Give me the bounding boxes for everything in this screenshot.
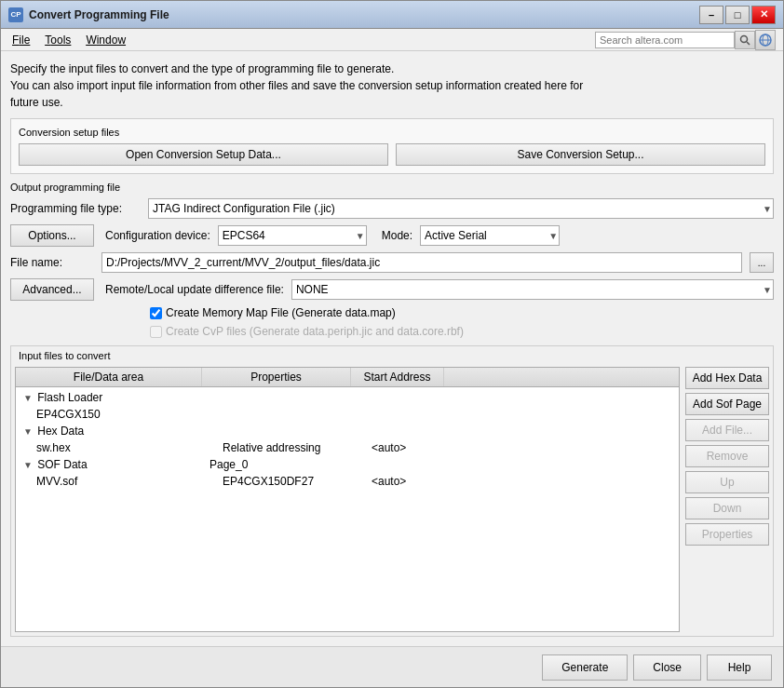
input-files-content: File/Data area Properties Start Address … (11, 363, 773, 636)
sw-hex-addr: <auto> (368, 440, 461, 455)
create-cvp-row: Create CvP files (Generate data.periph.j… (10, 325, 774, 338)
mvv-sof-props: EP4CGX150DF27 (219, 474, 368, 489)
mvv-sof-node[interactable]: MVV.sof (33, 474, 219, 489)
col-header-file: File/Data area (16, 368, 202, 386)
hex-data-props (206, 430, 355, 432)
create-map-label[interactable]: Create Memory Map File (Generate data.ma… (166, 306, 396, 319)
programming-file-type-label: Programming file type: (10, 202, 141, 215)
tree-row[interactable]: ▼ Hex Data (18, 423, 677, 439)
menu-window[interactable]: Window (78, 32, 133, 48)
window-icon: CP (8, 7, 23, 22)
desc-line1: Specify the input files to convert and t… (10, 61, 774, 77)
title-bar: CP Convert Programming File – □ ✕ (1, 1, 783, 29)
sof-data-node[interactable]: ▼ SOF Data (20, 457, 206, 472)
mode-select[interactable]: Active Serial (420, 225, 560, 246)
create-map-row: Create Memory Map File (Generate data.ma… (10, 306, 774, 319)
sw-hex-props: Relative addressing (219, 440, 368, 455)
options-button[interactable]: Options... (10, 224, 94, 247)
search-input[interactable] (595, 32, 735, 48)
sof-data-addr (355, 464, 448, 465)
generate-button[interactable]: Generate (542, 654, 628, 681)
col-header-address: Start Address (351, 368, 444, 386)
tree-header: File/Data area Properties Start Address (16, 368, 679, 387)
close-button-footer[interactable]: Close (633, 654, 701, 681)
conversion-setup-section: Conversion setup files Open Conversion S… (10, 118, 774, 174)
menu-file[interactable]: File (5, 32, 37, 48)
sof-data-props: Page_0 (206, 457, 355, 472)
tree-row[interactable]: EP4CGX150 (18, 406, 677, 423)
main-content: Specify the input files to convert and t… (1, 51, 783, 646)
tree-row[interactable]: ▼ Flash Loader (18, 389, 677, 406)
advanced-button[interactable]: Advanced... (10, 278, 94, 301)
menu-bar: File Tools Window (1, 29, 783, 51)
help-button[interactable]: Help (707, 654, 772, 681)
add-sof-page-button[interactable]: Add Sof Page (685, 393, 769, 415)
add-file-button[interactable]: Add File... (685, 419, 769, 441)
mvv-sof-addr: <auto> (368, 474, 461, 489)
config-device-select[interactable]: EPCS64 (218, 225, 367, 246)
programming-file-type-row: Programming file type: JTAG Indirect Con… (10, 198, 774, 219)
file-name-label: File name: (10, 256, 94, 269)
mode-label: Mode: (382, 229, 412, 242)
config-mode-row: Options... Configuration device: EPCS64 … (10, 224, 774, 247)
hex-data-node[interactable]: ▼ Hex Data (20, 424, 206, 438)
svg-line-1 (747, 42, 750, 45)
col-header-properties: Properties (202, 368, 351, 386)
properties-button[interactable]: Properties (685, 523, 769, 546)
remote-local-row: Advanced... Remote/Local update differen… (10, 278, 774, 301)
description-area: Specify the input files to convert and t… (10, 61, 774, 111)
maximize-button[interactable]: □ (725, 6, 750, 24)
conversion-setup-label: Conversion setup files (19, 127, 765, 138)
output-programming-label: Output programming file (10, 182, 774, 193)
config-device-label: Configuration device: (105, 229, 210, 242)
remote-local-select[interactable]: NONE (291, 279, 774, 300)
globe-icon[interactable] (755, 30, 776, 50)
file-name-row: File name: ... (10, 252, 774, 273)
create-cvp-checkbox (150, 326, 162, 338)
tree-body: ▼ Flash Loader EP4CGX150 (16, 387, 679, 492)
input-files-label: Input files to convert (11, 346, 773, 363)
flash-loader-node[interactable]: ▼ Flash Loader (20, 390, 206, 405)
down-button[interactable]: Down (685, 497, 769, 519)
desc-line2: You can also import input file informati… (10, 77, 774, 94)
hex-data-addr (355, 430, 448, 432)
create-map-checkbox[interactable] (150, 307, 162, 319)
flash-loader-addr (355, 397, 448, 398)
programming-file-type-select[interactable]: JTAG Indirect Configuration File (.jic) (148, 198, 774, 219)
expand-icon: ▼ (23, 393, 33, 403)
tree-row[interactable]: MVV.sof EP4CGX150DF27 <auto> (18, 473, 677, 490)
search-button[interactable] (735, 31, 755, 49)
browse-file-button[interactable]: ... (750, 252, 774, 273)
remove-button[interactable]: Remove (685, 445, 769, 467)
conversion-setup-buttons: Open Conversion Setup Data... Save Conve… (19, 143, 765, 166)
ep4cgx150-node[interactable]: EP4CGX150 (33, 407, 219, 422)
main-window: CP Convert Programming File – □ ✕ File T… (0, 0, 784, 688)
add-hex-data-button[interactable]: Add Hex Data (685, 367, 769, 389)
output-programming-section: Output programming file Programming file… (10, 182, 774, 338)
window-controls: – □ ✕ (699, 6, 776, 24)
search-box (595, 30, 776, 50)
up-button[interactable]: Up (685, 471, 769, 493)
sw-hex-node[interactable]: sw.hex (33, 440, 219, 455)
flash-loader-props (206, 397, 355, 398)
tree-row[interactable]: sw.hex Relative addressing <auto> (18, 439, 677, 456)
expand-icon: ▼ (23, 460, 33, 470)
footer: Generate Close Help (1, 646, 783, 687)
tree-row[interactable]: ▼ SOF Data Page_0 (18, 456, 677, 473)
window-title: Convert Programming File (29, 8, 699, 21)
desc-line3: future use. (10, 94, 774, 111)
close-button[interactable]: ✕ (751, 6, 776, 24)
ep4cgx150-addr (368, 413, 461, 415)
ep4cgx150-props (219, 413, 368, 415)
svg-point-0 (741, 35, 748, 42)
input-files-section: Input files to convert File/Data area Pr… (10, 345, 774, 637)
open-conversion-button[interactable]: Open Conversion Setup Data... (19, 143, 388, 166)
minimize-button[interactable]: – (699, 6, 723, 24)
create-cvp-label: Create CvP files (Generate data.periph.j… (166, 325, 464, 338)
menu-tools[interactable]: Tools (37, 32, 78, 48)
save-conversion-button[interactable]: Save Conversion Setup... (396, 143, 765, 166)
file-name-input[interactable] (101, 252, 742, 273)
file-tree-table: File/Data area Properties Start Address … (15, 367, 680, 632)
remote-local-label: Remote/Local update difference file: (105, 283, 284, 296)
side-buttons: Add Hex Data Add Sof Page Add File... Re… (685, 367, 769, 632)
